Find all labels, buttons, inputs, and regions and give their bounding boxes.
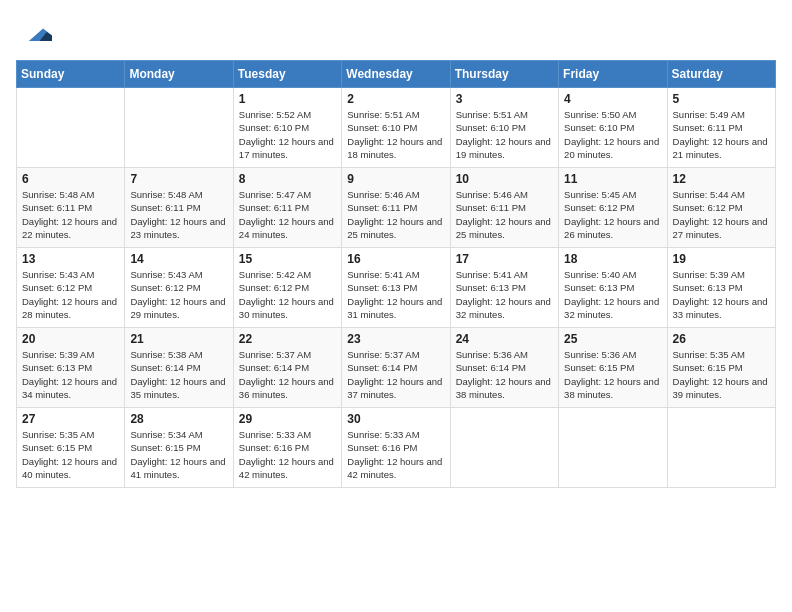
- day-info: Sunrise: 5:35 AM Sunset: 6:15 PM Dayligh…: [673, 348, 770, 401]
- day-number: 13: [22, 252, 119, 266]
- day-info: Sunrise: 5:44 AM Sunset: 6:12 PM Dayligh…: [673, 188, 770, 241]
- day-cell: [125, 88, 233, 168]
- day-number: 28: [130, 412, 227, 426]
- day-cell: 7Sunrise: 5:48 AM Sunset: 6:11 PM Daylig…: [125, 168, 233, 248]
- day-cell: 10Sunrise: 5:46 AM Sunset: 6:11 PM Dayli…: [450, 168, 558, 248]
- day-cell: 24Sunrise: 5:36 AM Sunset: 6:14 PM Dayli…: [450, 328, 558, 408]
- day-cell: 23Sunrise: 5:37 AM Sunset: 6:14 PM Dayli…: [342, 328, 450, 408]
- day-cell: 4Sunrise: 5:50 AM Sunset: 6:10 PM Daylig…: [559, 88, 667, 168]
- day-cell: 1Sunrise: 5:52 AM Sunset: 6:10 PM Daylig…: [233, 88, 341, 168]
- calendar-table: SundayMondayTuesdayWednesdayThursdayFrid…: [16, 60, 776, 488]
- day-cell: 9Sunrise: 5:46 AM Sunset: 6:11 PM Daylig…: [342, 168, 450, 248]
- day-info: Sunrise: 5:49 AM Sunset: 6:11 PM Dayligh…: [673, 108, 770, 161]
- day-cell: 30Sunrise: 5:33 AM Sunset: 6:16 PM Dayli…: [342, 408, 450, 488]
- day-cell: 17Sunrise: 5:41 AM Sunset: 6:13 PM Dayli…: [450, 248, 558, 328]
- day-cell: 5Sunrise: 5:49 AM Sunset: 6:11 PM Daylig…: [667, 88, 775, 168]
- day-number: 25: [564, 332, 661, 346]
- day-info: Sunrise: 5:46 AM Sunset: 6:11 PM Dayligh…: [456, 188, 553, 241]
- day-info: Sunrise: 5:38 AM Sunset: 6:14 PM Dayligh…: [130, 348, 227, 401]
- header: [16, 16, 776, 48]
- day-number: 20: [22, 332, 119, 346]
- day-info: Sunrise: 5:51 AM Sunset: 6:10 PM Dayligh…: [347, 108, 444, 161]
- day-cell: 27Sunrise: 5:35 AM Sunset: 6:15 PM Dayli…: [17, 408, 125, 488]
- day-number: 24: [456, 332, 553, 346]
- day-cell: [17, 88, 125, 168]
- week-row-1: 1Sunrise: 5:52 AM Sunset: 6:10 PM Daylig…: [17, 88, 776, 168]
- week-row-4: 20Sunrise: 5:39 AM Sunset: 6:13 PM Dayli…: [17, 328, 776, 408]
- day-cell: 22Sunrise: 5:37 AM Sunset: 6:14 PM Dayli…: [233, 328, 341, 408]
- weekday-header-sunday: Sunday: [17, 61, 125, 88]
- day-cell: 28Sunrise: 5:34 AM Sunset: 6:15 PM Dayli…: [125, 408, 233, 488]
- day-info: Sunrise: 5:35 AM Sunset: 6:15 PM Dayligh…: [22, 428, 119, 481]
- day-number: 12: [673, 172, 770, 186]
- day-cell: [559, 408, 667, 488]
- day-info: Sunrise: 5:41 AM Sunset: 6:13 PM Dayligh…: [347, 268, 444, 321]
- day-number: 26: [673, 332, 770, 346]
- day-number: 11: [564, 172, 661, 186]
- day-number: 30: [347, 412, 444, 426]
- weekday-header-wednesday: Wednesday: [342, 61, 450, 88]
- day-number: 3: [456, 92, 553, 106]
- weekday-header-friday: Friday: [559, 61, 667, 88]
- day-info: Sunrise: 5:45 AM Sunset: 6:12 PM Dayligh…: [564, 188, 661, 241]
- day-cell: [667, 408, 775, 488]
- day-number: 17: [456, 252, 553, 266]
- day-info: Sunrise: 5:46 AM Sunset: 6:11 PM Dayligh…: [347, 188, 444, 241]
- day-info: Sunrise: 5:34 AM Sunset: 6:15 PM Dayligh…: [130, 428, 227, 481]
- day-info: Sunrise: 5:43 AM Sunset: 6:12 PM Dayligh…: [22, 268, 119, 321]
- day-info: Sunrise: 5:40 AM Sunset: 6:13 PM Dayligh…: [564, 268, 661, 321]
- day-cell: 20Sunrise: 5:39 AM Sunset: 6:13 PM Dayli…: [17, 328, 125, 408]
- day-number: 2: [347, 92, 444, 106]
- day-number: 14: [130, 252, 227, 266]
- day-cell: 3Sunrise: 5:51 AM Sunset: 6:10 PM Daylig…: [450, 88, 558, 168]
- day-cell: 19Sunrise: 5:39 AM Sunset: 6:13 PM Dayli…: [667, 248, 775, 328]
- week-row-5: 27Sunrise: 5:35 AM Sunset: 6:15 PM Dayli…: [17, 408, 776, 488]
- logo: [16, 16, 52, 48]
- day-number: 18: [564, 252, 661, 266]
- day-info: Sunrise: 5:36 AM Sunset: 6:14 PM Dayligh…: [456, 348, 553, 401]
- day-info: Sunrise: 5:51 AM Sunset: 6:10 PM Dayligh…: [456, 108, 553, 161]
- weekday-header-monday: Monday: [125, 61, 233, 88]
- day-number: 21: [130, 332, 227, 346]
- day-cell: 14Sunrise: 5:43 AM Sunset: 6:12 PM Dayli…: [125, 248, 233, 328]
- weekday-header-saturday: Saturday: [667, 61, 775, 88]
- day-number: 27: [22, 412, 119, 426]
- day-number: 7: [130, 172, 227, 186]
- day-number: 8: [239, 172, 336, 186]
- day-number: 4: [564, 92, 661, 106]
- day-cell: 6Sunrise: 5:48 AM Sunset: 6:11 PM Daylig…: [17, 168, 125, 248]
- day-info: Sunrise: 5:47 AM Sunset: 6:11 PM Dayligh…: [239, 188, 336, 241]
- weekday-header-tuesday: Tuesday: [233, 61, 341, 88]
- day-cell: 13Sunrise: 5:43 AM Sunset: 6:12 PM Dayli…: [17, 248, 125, 328]
- day-info: Sunrise: 5:33 AM Sunset: 6:16 PM Dayligh…: [347, 428, 444, 481]
- day-info: Sunrise: 5:33 AM Sunset: 6:16 PM Dayligh…: [239, 428, 336, 481]
- logo-icon: [20, 16, 52, 48]
- day-number: 22: [239, 332, 336, 346]
- day-cell: 12Sunrise: 5:44 AM Sunset: 6:12 PM Dayli…: [667, 168, 775, 248]
- day-number: 15: [239, 252, 336, 266]
- day-info: Sunrise: 5:37 AM Sunset: 6:14 PM Dayligh…: [347, 348, 444, 401]
- day-number: 19: [673, 252, 770, 266]
- day-info: Sunrise: 5:41 AM Sunset: 6:13 PM Dayligh…: [456, 268, 553, 321]
- weekday-header-thursday: Thursday: [450, 61, 558, 88]
- weekday-header-row: SundayMondayTuesdayWednesdayThursdayFrid…: [17, 61, 776, 88]
- day-cell: 11Sunrise: 5:45 AM Sunset: 6:12 PM Dayli…: [559, 168, 667, 248]
- week-row-3: 13Sunrise: 5:43 AM Sunset: 6:12 PM Dayli…: [17, 248, 776, 328]
- day-cell: 21Sunrise: 5:38 AM Sunset: 6:14 PM Dayli…: [125, 328, 233, 408]
- day-info: Sunrise: 5:52 AM Sunset: 6:10 PM Dayligh…: [239, 108, 336, 161]
- day-cell: 18Sunrise: 5:40 AM Sunset: 6:13 PM Dayli…: [559, 248, 667, 328]
- day-number: 6: [22, 172, 119, 186]
- day-number: 16: [347, 252, 444, 266]
- day-cell: 2Sunrise: 5:51 AM Sunset: 6:10 PM Daylig…: [342, 88, 450, 168]
- day-cell: 16Sunrise: 5:41 AM Sunset: 6:13 PM Dayli…: [342, 248, 450, 328]
- day-info: Sunrise: 5:50 AM Sunset: 6:10 PM Dayligh…: [564, 108, 661, 161]
- day-info: Sunrise: 5:36 AM Sunset: 6:15 PM Dayligh…: [564, 348, 661, 401]
- day-info: Sunrise: 5:48 AM Sunset: 6:11 PM Dayligh…: [130, 188, 227, 241]
- day-cell: 15Sunrise: 5:42 AM Sunset: 6:12 PM Dayli…: [233, 248, 341, 328]
- day-cell: 29Sunrise: 5:33 AM Sunset: 6:16 PM Dayli…: [233, 408, 341, 488]
- day-info: Sunrise: 5:39 AM Sunset: 6:13 PM Dayligh…: [673, 268, 770, 321]
- day-info: Sunrise: 5:39 AM Sunset: 6:13 PM Dayligh…: [22, 348, 119, 401]
- day-cell: [450, 408, 558, 488]
- day-info: Sunrise: 5:37 AM Sunset: 6:14 PM Dayligh…: [239, 348, 336, 401]
- day-number: 5: [673, 92, 770, 106]
